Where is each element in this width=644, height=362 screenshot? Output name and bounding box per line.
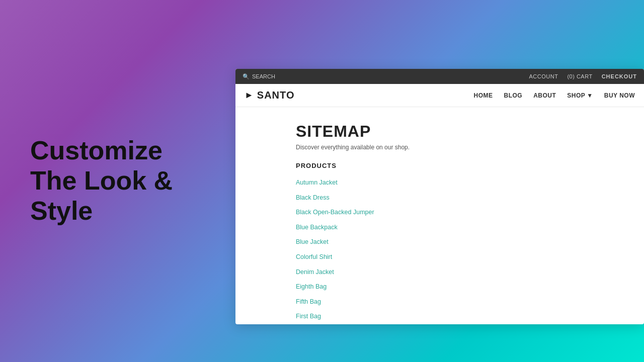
nav-links: HOME BLOG ABOUT SHOP ▼ BUY NOW (473, 92, 635, 99)
logo-icon: ► (245, 90, 254, 101)
product-link[interactable]: Black Open-Backed Jumper (296, 209, 374, 216)
topbar-search[interactable]: 🔍 SEARCH (243, 73, 275, 80)
topbar: 🔍 SEARCH ACCOUNT (0) CART CHECKOUT (235, 69, 644, 84)
product-link[interactable]: Blue Backpack (296, 224, 338, 231)
nav-shop[interactable]: SHOP ▼ (567, 92, 593, 99)
list-item: Denim Jacket (296, 264, 624, 279)
product-link[interactable]: First Bag (296, 313, 321, 320)
chevron-down-icon: ▼ (587, 92, 593, 99)
logo[interactable]: ► SANTO (245, 89, 294, 101)
page-subtitle: Discover everything available on our sho… (296, 144, 624, 151)
content-area: SITEMAP Discover everything available on… (235, 107, 644, 324)
list-item: Black Dress (296, 190, 624, 205)
list-item: Autumn Jacket (296, 174, 624, 190)
list-item: Eighth Bag (296, 279, 624, 294)
product-link[interactable]: Eighth Bag (296, 283, 327, 290)
navbar: ► SANTO HOME BLOG ABOUT SHOP ▼ BUY NOW (235, 84, 644, 107)
list-item: First Bag (296, 308, 624, 323)
nav-home[interactable]: HOME (473, 92, 493, 99)
product-link[interactable]: Colorful Shirt (296, 253, 332, 260)
list-item: Blue Jacket (296, 234, 624, 249)
products-section-title: PRODUCTS (296, 162, 624, 169)
product-link[interactable]: Denim Jacket (296, 268, 334, 276)
checkout-link[interactable]: CHECKOUT (602, 73, 637, 79)
search-label: SEARCH (252, 73, 275, 79)
list-item: Floral Backpack (296, 323, 624, 324)
list-item: Colorful Shirt (296, 249, 624, 264)
product-link[interactable]: Blue Jacket (296, 238, 329, 245)
hero-line2: The Look & (30, 166, 173, 195)
hero-line1: Customize (30, 136, 163, 165)
search-icon: 🔍 (243, 73, 250, 80)
cart-link[interactable]: (0) CART (567, 73, 592, 79)
account-link[interactable]: ACCOUNT (529, 73, 558, 79)
browser-window: 🔍 SEARCH ACCOUNT (0) CART CHECKOUT ► SAN… (235, 69, 644, 324)
nav-buy-now[interactable]: BUY NOW (604, 92, 635, 99)
nav-about[interactable]: ABOUT (533, 92, 556, 99)
hero-section: Customize The Look & Style (30, 136, 173, 226)
topbar-right: ACCOUNT (0) CART CHECKOUT (529, 73, 637, 79)
logo-text: SANTO (257, 89, 295, 101)
nav-blog[interactable]: BLOG (504, 92, 522, 99)
page-title: SITEMAP (296, 122, 624, 141)
product-link[interactable]: Autumn Jacket (296, 179, 338, 186)
list-item: Black Open-Backed Jumper (296, 204, 624, 219)
list-item: Fifth Bag (296, 294, 624, 309)
hero-line3: Style (30, 196, 93, 225)
product-link[interactable]: Fifth Bag (296, 298, 321, 305)
product-list: Autumn JacketBlack DressBlack Open-Backe… (296, 174, 624, 324)
product-link[interactable]: Black Dress (296, 194, 330, 201)
list-item: Blue Backpack (296, 219, 624, 234)
